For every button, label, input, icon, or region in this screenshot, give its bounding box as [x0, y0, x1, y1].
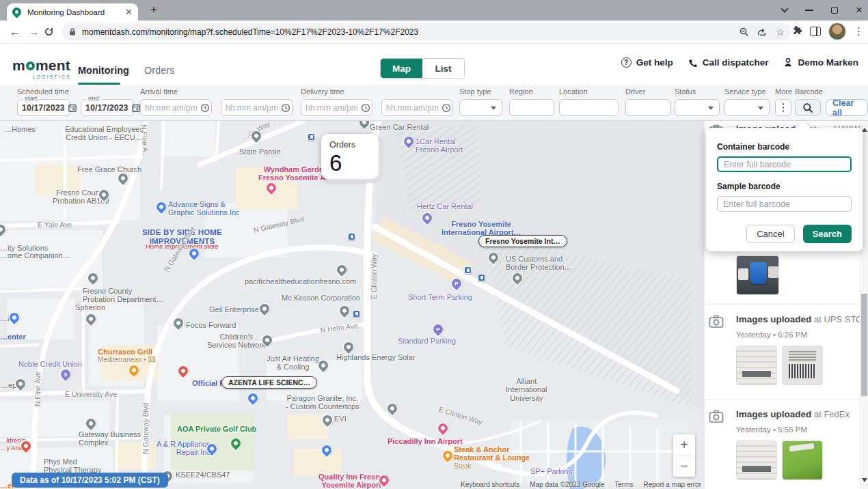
logo-pin-icon	[26, 61, 35, 70]
browser-menu-icon[interactable]: ⋮	[854, 25, 864, 38]
attribution-link[interactable]: Report a map error	[644, 481, 701, 488]
container-barcode-input[interactable]: Enter full barcode	[717, 156, 852, 172]
map-label: pacifichealtheducationfresno.com	[245, 277, 356, 285]
filter-bar: Clear all Scheduled timeArrival timeDeli…	[0, 85, 868, 121]
attribution-link[interactable]: Keyboard shortcuts	[461, 481, 519, 488]
window-minimize-button[interactable]	[805, 10, 813, 11]
scroll-up-icon[interactable]	[862, 125, 867, 132]
new-tab-button[interactable]: +	[146, 3, 161, 16]
scrollbar-thumb[interactable]	[861, 294, 867, 396]
filter-label: Location	[559, 87, 588, 96]
zoom-out-icon[interactable]	[739, 27, 749, 37]
map-label: SP+ Parking	[530, 467, 572, 475]
map-label: Steak & Anchor Restaurant & Lounge	[454, 445, 530, 462]
feed-item: Images uploaded at FedEx Yesterday • 5:5…	[705, 399, 868, 488]
map-label: E Yale Ave	[38, 221, 72, 229]
window-restore-button[interactable]	[831, 7, 838, 14]
more-kebab-icon	[783, 103, 785, 112]
map-canvas[interactable]: …HomesEducational Employees Credit Union…	[0, 121, 704, 489]
filter-more-button[interactable]	[775, 99, 791, 116]
toggle-map-button[interactable]: Map	[381, 59, 422, 78]
search-button[interactable]: Search	[803, 225, 852, 243]
tab-close-icon[interactable]: ✕	[125, 7, 133, 17]
map-label: Gateway Business Complex	[79, 430, 141, 447]
filter-location-input[interactable]	[559, 99, 619, 116]
attribution-link: Map data ©2023 Google	[530, 481, 604, 488]
field-placeholder: hh:mm am/pm	[306, 103, 358, 113]
map-label: Green Car Rental	[370, 123, 429, 131]
back-button[interactable]: ←	[5, 26, 25, 38]
user-menu[interactable]: Demo Marken	[783, 57, 858, 68]
filter-status-input[interactable]	[675, 99, 720, 116]
upload-thumbnail-doc[interactable]	[736, 346, 777, 385]
forward-button[interactable]: →	[25, 26, 44, 38]
filter-service-type-input[interactable]	[724, 99, 770, 116]
filter-delivery-end-input[interactable]: hh:mm am/pm	[381, 99, 453, 116]
call-dispatcher-button[interactable]: Call dispatcher	[688, 57, 769, 68]
bus-stop-icon[interactable]	[464, 266, 472, 274]
bus-stop-icon[interactable]	[353, 310, 360, 318]
orders-cluster-card[interactable]: Orders 6	[321, 134, 379, 179]
filter-driver-input[interactable]	[625, 99, 670, 116]
bookmark-star-icon[interactable]: ☆	[776, 27, 785, 38]
filter-arrival-start-input[interactable]: hh:mm am/pm	[140, 99, 212, 116]
bus-stop-icon[interactable]	[308, 133, 315, 141]
reload-button[interactable]	[44, 27, 63, 37]
scroll-down-icon[interactable]	[862, 478, 867, 485]
extensions-puzzle-icon[interactable]	[791, 26, 802, 37]
filter-label: Service type	[724, 87, 766, 96]
window-chevron-icon[interactable]	[781, 5, 788, 12]
filter-label: Region	[509, 87, 533, 96]
upload-thumbnail-doc[interactable]	[736, 441, 777, 480]
upload-thumbnail-green[interactable]	[782, 441, 823, 480]
filter-barcode-button[interactable]	[795, 99, 821, 116]
bus-stop-icon[interactable]	[478, 274, 485, 281]
upload-thumbnail-bucket[interactable]	[736, 255, 779, 295]
upload-thumbnail-doc2[interactable]	[782, 346, 823, 385]
browser-tab[interactable]: Monitoring Dashboard ✕	[7, 3, 138, 20]
map-pin-parking[interactable]: P	[431, 322, 445, 336]
order-location-chip[interactable]: Fresno Yosemite Int…	[478, 235, 567, 247]
nav-monitoring[interactable]: Monitoring	[78, 65, 129, 76]
feed-item: Images uploaded at UPS STORE Yesterday •…	[705, 304, 868, 399]
feed-title: Images uploaded at FedEx	[736, 409, 856, 419]
map-label: Standard Parking	[398, 337, 456, 345]
filter-label: More	[775, 87, 792, 96]
profile-avatar[interactable]	[828, 23, 846, 40]
map-label: …ome Companion…	[0, 251, 70, 260]
cancel-button[interactable]: Cancel	[746, 225, 794, 243]
map-label: Mc Kesson Corporation	[282, 294, 360, 302]
filter-scheduled-end-input[interactable]: end10/17/2023	[81, 99, 134, 116]
field-placeholder: hh:mm am/pm	[386, 103, 439, 113]
filter-region-input[interactable]	[509, 99, 554, 116]
toggle-list-button[interactable]: List	[422, 59, 464, 78]
side-panel-icon[interactable]	[810, 27, 821, 36]
map-label: Highlands Energy Solar	[336, 353, 416, 361]
address-bar[interactable]: momentdash.com/monitoring/map?f.schedule…	[62, 23, 791, 40]
share-icon[interactable]	[757, 27, 768, 37]
filter-label: Driver	[625, 87, 645, 96]
filter-stop-type-input[interactable]	[459, 99, 502, 116]
window-close-button[interactable]: ×	[856, 7, 863, 14]
clear-all-button[interactable]: Clear all	[826, 99, 868, 116]
map-label: Alliant International University	[506, 377, 547, 402]
filter-arrival-end-input[interactable]: hh:mm am/pm	[221, 99, 293, 116]
map-pin-parking[interactable]: P	[450, 277, 463, 290]
get-help-button[interactable]: ? Get help	[621, 57, 673, 68]
moment-logo[interactable]: mment LOGISTICS	[12, 57, 71, 79]
attribution-link[interactable]: Terms	[614, 481, 633, 488]
nav-orders[interactable]: Orders	[144, 65, 174, 76]
bus-stop-icon[interactable]	[348, 233, 355, 240]
barcode-search-popup: Container barcode Enter full barcode Sam…	[706, 128, 863, 251]
sample-barcode-input[interactable]: Enter full barcode	[717, 196, 852, 212]
map-label: Fresno County Probation Department…	[83, 287, 164, 304]
map-label: Geil Enterprises	[209, 305, 262, 313]
filter-delivery-start-input[interactable]: hh:mm am/pm	[301, 99, 372, 116]
order-location-chip[interactable]: AZENTA LIFE SCIENC…	[221, 376, 317, 389]
filter-label: Delivery time	[301, 87, 344, 96]
filter-scheduled-start-input[interactable]: start10/17/2023	[17, 99, 70, 116]
field-placeholder: hh:mm am/pm	[226, 103, 278, 113]
map-pin-dollar[interactable]: $	[59, 367, 72, 381]
zoom-in-button[interactable]: +	[673, 434, 695, 456]
zoom-out-button[interactable]: −	[673, 456, 695, 477]
